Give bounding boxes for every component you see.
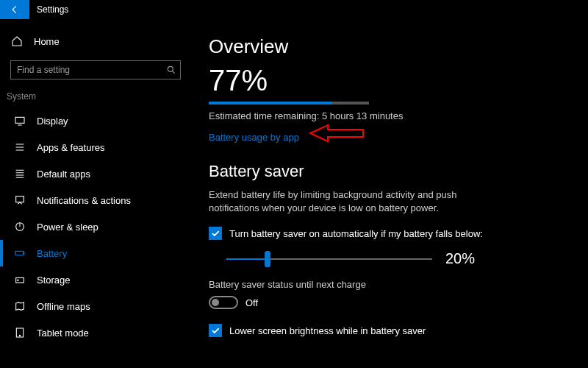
- sidebar-label: Offline maps: [37, 301, 90, 312]
- battery-percent: 77%: [209, 64, 569, 97]
- svg-point-0: [168, 66, 173, 71]
- apps-icon: [13, 141, 26, 153]
- power-icon: [13, 221, 26, 233]
- window-title: Settings: [37, 4, 68, 15]
- battery-bar-fill: [209, 102, 332, 105]
- search-input[interactable]: [10, 60, 181, 79]
- sidebar: Home System Display Apps & features Defa…: [0, 19, 191, 368]
- search-icon: [166, 65, 176, 75]
- back-button[interactable]: [0, 0, 29, 19]
- sidebar-item-apps[interactable]: Apps & features: [0, 134, 191, 160]
- saver-status-label: Battery saver status until next charge: [209, 279, 569, 290]
- sidebar-label: Battery: [37, 248, 67, 259]
- svg-rect-4: [15, 251, 24, 255]
- brightness-checkbox[interactable]: [209, 324, 222, 337]
- battery-saver-desc: Extend battery life by limiting backgrou…: [209, 188, 473, 215]
- sidebar-label: Default apps: [37, 169, 90, 180]
- sidebar-item-home[interactable]: Home: [0, 29, 191, 53]
- tablet-icon: [13, 327, 26, 339]
- sidebar-item-storage[interactable]: Storage: [0, 266, 191, 293]
- slider-thumb[interactable]: [265, 251, 270, 267]
- threshold-slider[interactable]: [226, 258, 432, 260]
- auto-saver-label: Turn battery saver on automatically if m…: [229, 228, 483, 239]
- battery-saver-heading: Battery saver: [209, 162, 569, 181]
- sidebar-label: Power & sleep: [37, 222, 98, 233]
- sidebar-item-offline-maps[interactable]: Offline maps: [0, 293, 191, 319]
- battery-bar: [209, 102, 369, 105]
- sidebar-item-battery[interactable]: Battery: [0, 240, 191, 266]
- content-pane: Overview 77% Estimated time remaining: 5…: [191, 19, 588, 368]
- sidebar-label: Display: [37, 116, 68, 127]
- toggle-knob: [212, 299, 219, 306]
- sidebar-item-default-apps[interactable]: Default apps: [0, 160, 191, 187]
- svg-rect-1: [15, 117, 24, 123]
- notifications-icon: [13, 194, 26, 206]
- auto-saver-checkbox[interactable]: [209, 227, 222, 240]
- brightness-label: Lower screen brightness while in battery…: [229, 325, 426, 336]
- sidebar-label: Notifications & actions: [37, 195, 131, 206]
- check-icon: [210, 228, 220, 238]
- svg-point-7: [18, 280, 18, 280]
- battery-estimate: Estimated time remaining: 5 hours 13 min…: [209, 110, 569, 121]
- sidebar-item-display[interactable]: Display: [0, 107, 191, 134]
- threshold-value: 20%: [445, 250, 475, 267]
- sidebar-label: Tablet mode: [37, 328, 89, 339]
- sidebar-item-tablet[interactable]: Tablet mode: [0, 319, 191, 346]
- back-arrow-icon: [10, 4, 20, 15]
- sidebar-label: Apps & features: [37, 142, 105, 153]
- battery-usage-link[interactable]: Battery usage by app: [209, 132, 299, 143]
- svg-rect-5: [24, 252, 24, 255]
- battery-icon: [13, 247, 26, 259]
- section-label: System: [0, 88, 191, 107]
- sidebar-item-notifications[interactable]: Notifications & actions: [0, 187, 191, 213]
- saver-toggle[interactable]: [209, 296, 238, 309]
- home-label: Home: [34, 36, 60, 47]
- display-icon: [13, 115, 26, 127]
- overview-heading: Overview: [209, 35, 569, 58]
- maps-icon: [13, 300, 26, 312]
- default-apps-icon: [13, 168, 26, 180]
- check-icon: [210, 325, 220, 336]
- svg-point-9: [19, 335, 20, 336]
- storage-icon: [13, 274, 26, 286]
- svg-rect-2: [16, 197, 24, 202]
- saver-toggle-state: Off: [245, 297, 258, 308]
- home-icon: [10, 35, 24, 47]
- sidebar-label: Storage: [37, 275, 71, 286]
- slider-fill: [226, 258, 268, 260]
- sidebar-item-power[interactable]: Power & sleep: [0, 213, 191, 240]
